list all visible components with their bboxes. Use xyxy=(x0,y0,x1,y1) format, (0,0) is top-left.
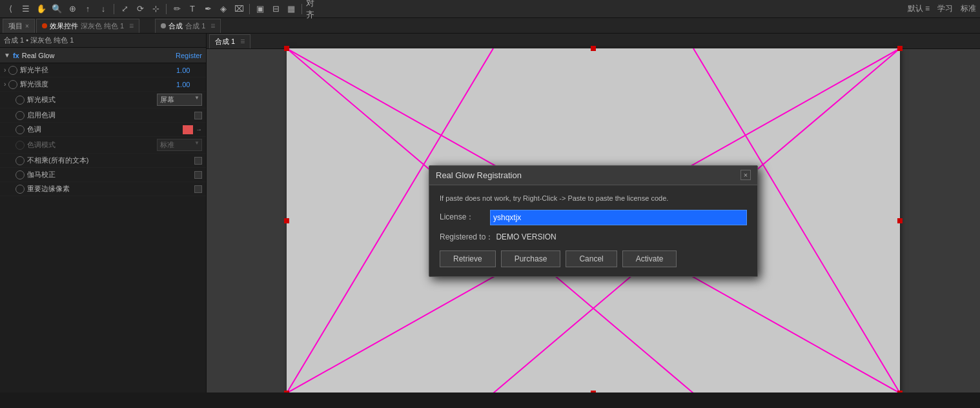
tab-project[interactable]: 项目 × xyxy=(3,19,35,33)
corner-dot-br xyxy=(897,391,903,393)
reset-icon-1[interactable] xyxy=(8,66,17,75)
dialog-registered-label: Registered to： xyxy=(440,232,493,243)
dialog-title-bar: Real Glow Registration × xyxy=(429,166,757,185)
row-edge-pixels: 重要边缘像素 xyxy=(0,182,206,196)
dialog-body: If paste does not work, try Right-Click … xyxy=(429,185,757,276)
toolbar-default[interactable]: 默认 ≡ xyxy=(908,3,930,14)
corner-dot-bl xyxy=(284,391,289,393)
toolbar-icon-9[interactable]: ⊹ xyxy=(149,3,162,15)
row-expand-2[interactable]: › xyxy=(4,81,6,88)
dialog-field-license: License： xyxy=(440,210,747,225)
row-expand-1[interactable]: › xyxy=(4,66,6,74)
label-glow-radius: 辉光半径 xyxy=(20,65,174,75)
toolbar-icon-11[interactable]: ✒ xyxy=(201,3,214,15)
dialog-hint: If paste does not work, try Right-Click … xyxy=(440,194,747,202)
reset-icon-9[interactable] xyxy=(15,185,25,194)
breadcrumb-text: 合成 1 • 深灰色 纯色 1 xyxy=(4,36,74,45)
value-glow-intensity[interactable]: 1.00 xyxy=(176,81,202,88)
reset-icon-5[interactable] xyxy=(15,125,25,134)
dialog-close-button[interactable]: × xyxy=(740,170,751,180)
label-tint-mode: 色调模式 xyxy=(27,140,154,150)
reset-icon-3[interactable] xyxy=(15,96,25,105)
separator-4 xyxy=(301,4,302,14)
toolbar-icon-2[interactable]: ☰ xyxy=(19,3,32,15)
dialog-buttons: Retrieve Purchase Cancel Activate xyxy=(440,250,747,267)
tab-composition[interactable]: 合成 合成 1 ≡ xyxy=(155,19,221,33)
reset-icon-7[interactable] xyxy=(15,156,25,165)
label-edge-pixels: 重要边缘像素 xyxy=(27,184,192,194)
tab-effects-dot xyxy=(42,23,47,28)
corner-dot-tr xyxy=(897,46,903,51)
fx-icon: fx xyxy=(13,52,19,59)
dialog-license-label: License： xyxy=(440,212,485,223)
dialog-retrieve-button[interactable]: Retrieve xyxy=(440,250,496,267)
registration-dialog: Real Glow Registration × If paste does n… xyxy=(429,165,758,277)
toolbar-icon-10[interactable]: T xyxy=(186,3,199,15)
toolbar-icon-hand[interactable]: ✋ xyxy=(35,3,48,15)
tint-arrow: → xyxy=(196,126,202,133)
dropdown-glow-mode[interactable]: 屏幕 xyxy=(157,94,202,106)
toolbar-icon-pen[interactable]: ✏ xyxy=(170,3,183,15)
reset-icon-4[interactable] xyxy=(15,111,25,120)
dialog-purchase-button[interactable]: Purchase xyxy=(501,250,561,267)
separator-3 xyxy=(249,4,250,14)
checkbox-gamma[interactable] xyxy=(194,171,202,179)
corner-dot-bm xyxy=(591,391,596,393)
breadcrumb: 合成 1 • 深灰色 纯色 1 xyxy=(0,34,206,48)
dialog-title: Real Glow Registration xyxy=(436,170,522,180)
corner-dot-ml xyxy=(284,218,289,223)
row-enable-tint: 启用色调 xyxy=(0,108,206,123)
toolbar-icon-6[interactable]: ↓ xyxy=(97,3,110,15)
dialog-activate-button[interactable]: Activate xyxy=(622,250,677,267)
reset-icon-8[interactable] xyxy=(15,170,25,179)
row-glow-intensity: › 辉光强度 1.00 xyxy=(0,77,206,92)
toolbar-icon-align[interactable]: 对齐 xyxy=(306,3,319,15)
corner-dot-tm xyxy=(591,46,596,51)
canvas-tab-composition[interactable]: 合成 1 ≡ xyxy=(209,34,250,48)
toolbar-learn[interactable]: 学习 xyxy=(937,3,953,14)
toolbar-icon-3[interactable]: 🔍 xyxy=(50,3,63,15)
toolbar-icon-7[interactable]: ⤢ xyxy=(118,3,131,15)
toolbar-icon-1[interactable]: ⟨ xyxy=(4,3,17,15)
tab-composition-name: 合成 1 xyxy=(185,21,205,31)
checkbox-edge-pixels[interactable] xyxy=(194,185,202,193)
label-enable-tint: 启用色调 xyxy=(27,110,192,120)
toolbar-icon-12[interactable]: ◈ xyxy=(217,3,230,15)
register-link[interactable]: Register xyxy=(176,52,202,59)
color-box-tint[interactable] xyxy=(183,125,193,134)
row-tint-mode: 色调模式 标准 xyxy=(0,137,206,154)
toolbar-icon-16[interactable]: ▦ xyxy=(285,3,298,15)
dialog-cancel-button[interactable]: Cancel xyxy=(566,250,617,267)
dialog-license-input[interactable] xyxy=(490,210,747,225)
dropdown-tint-mode: 标准 xyxy=(157,139,202,151)
row-tint: 色调 → xyxy=(0,123,206,137)
value-glow-radius[interactable]: 1.00 xyxy=(176,66,202,74)
toolbar-icon-14[interactable]: ▣ xyxy=(254,3,267,15)
reset-icon-2[interactable] xyxy=(8,80,17,89)
corner-dot-mr xyxy=(897,218,903,223)
label-glow-mode: 辉光模式 xyxy=(27,95,154,105)
tab-effects-arrow: ≡ xyxy=(129,21,134,30)
effect-header: ▼ fx Real Glow Register xyxy=(0,48,206,63)
toolbar-icon-8[interactable]: ⟳ xyxy=(134,3,147,15)
main-layout: 合成 1 • 深灰色 纯色 1 ▼ fx Real Glow Register … xyxy=(0,34,980,393)
toolbar-standard[interactable]: 标准 xyxy=(961,3,976,14)
toolbar-icon-15[interactable]: ⊟ xyxy=(269,3,282,15)
tab-project-close[interactable]: × xyxy=(25,23,29,30)
canvas-inner: Real Glow Registration × If paste does n… xyxy=(207,49,980,393)
tab-effects[interactable]: 效果控件 深灰色 纯色 1 ≡ xyxy=(36,19,139,33)
row-no-multiply: 不相乘(所有的文本) xyxy=(0,154,206,168)
dialog-registered-row: Registered to： DEMO VERSION xyxy=(440,232,747,243)
checkbox-enable-tint[interactable] xyxy=(194,112,202,119)
toolbar-icon-5[interactable]: ↑ xyxy=(81,3,94,15)
toolbar-icon-13[interactable]: ⌧ xyxy=(232,3,245,15)
label-tint: 色调 xyxy=(27,125,180,134)
checkbox-no-multiply[interactable] xyxy=(194,157,202,165)
label-no-multiply: 不相乘(所有的文本) xyxy=(27,156,192,165)
canvas-area: 合成 1 ≡ xyxy=(207,34,980,393)
expand-icon[interactable]: ▼ xyxy=(4,52,10,59)
row-glow-radius: › 辉光半径 1.00 xyxy=(0,63,206,77)
toolbar-right: 默认 ≡ 学习 标准 xyxy=(908,3,976,14)
left-panel: 合成 1 • 深灰色 纯色 1 ▼ fx Real Glow Register … xyxy=(0,34,207,393)
toolbar-icon-4[interactable]: ⊕ xyxy=(66,3,79,15)
